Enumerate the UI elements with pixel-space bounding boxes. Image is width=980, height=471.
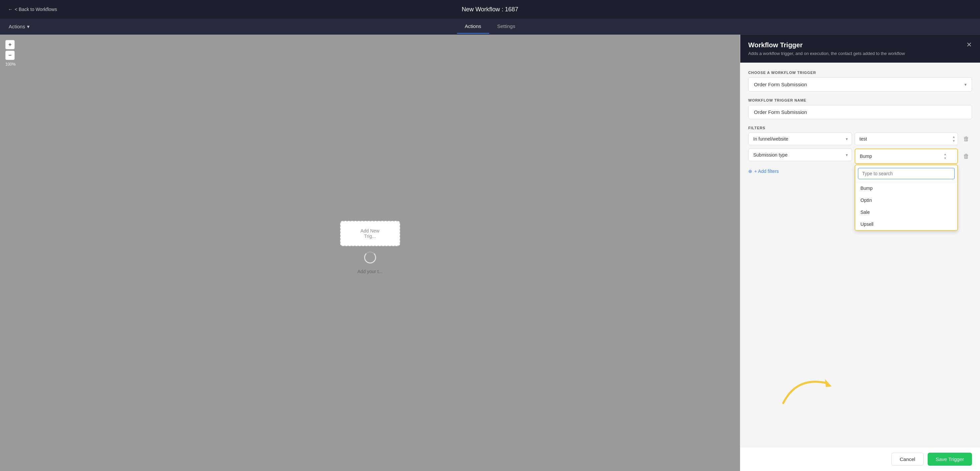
back-arrow-icon: ← bbox=[8, 7, 13, 12]
submission-value-text: Bump bbox=[860, 154, 872, 159]
zoom-level-display: 100% bbox=[5, 62, 16, 67]
cancel-button[interactable]: Cancel bbox=[891, 453, 924, 466]
filters-label: FILTERS bbox=[748, 126, 972, 130]
dropdown-item-bump[interactable]: Bump bbox=[855, 182, 958, 194]
canvas-center-content: Add New Trig... Add your t... bbox=[340, 221, 400, 274]
chevron-down-icon: ▾ bbox=[27, 24, 30, 30]
dropdown-item-upsell[interactable]: Upsell bbox=[855, 218, 958, 230]
filters-section: FILTERS In funnel/website ▲ ▼ bbox=[748, 126, 972, 175]
panel-title: Workflow Trigger bbox=[748, 41, 905, 49]
trigger-name-input[interactable] bbox=[748, 105, 972, 119]
filter2-type-select[interactable]: Submission type bbox=[748, 149, 852, 161]
filter1-value-arrows[interactable]: ▲ ▼ bbox=[952, 135, 955, 143]
zoom-in-button[interactable]: + bbox=[5, 40, 15, 49]
panel-close-button[interactable]: ✕ bbox=[966, 41, 972, 48]
add-trigger-hint: Add your t... bbox=[358, 269, 382, 274]
trigger-select[interactable]: Order Form Submission bbox=[748, 77, 972, 92]
choose-trigger-label: CHOOSE A WORKFLOW TRIGGER bbox=[748, 71, 972, 75]
workflow-trigger-panel: Workflow Trigger Adds a workflow trigger… bbox=[740, 35, 980, 471]
tabs-bar: Actions ▾ Actions Settings bbox=[0, 19, 980, 35]
dropdown-item-optin[interactable]: OptIn bbox=[855, 194, 958, 206]
trigger-name-group: WORKFLOW TRIGGER NAME bbox=[748, 98, 972, 119]
add-filters-label: + Add filters bbox=[754, 168, 779, 174]
panel-description: Adds a workflow trigger, and on executio… bbox=[748, 51, 905, 56]
filter-row-2: Submission type Bump ▲▼ bbox=[748, 149, 972, 164]
center-tabs: Actions Settings bbox=[457, 19, 523, 33]
workflow-canvas[interactable]: + − 100% Add New Trig... Add your t... bbox=[0, 35, 740, 471]
save-trigger-button[interactable]: Save Trigger bbox=[928, 453, 972, 466]
panel-body: CHOOSE A WORKFLOW TRIGGER Order Form Sub… bbox=[740, 63, 980, 447]
trigger-select-wrapper: Order Form Submission bbox=[748, 77, 972, 92]
panel-header-content: Workflow Trigger Adds a workflow trigger… bbox=[748, 41, 905, 56]
back-to-workflows-link[interactable]: ← < Back to Workflows bbox=[8, 7, 57, 12]
panel-header: Workflow Trigger Adds a workflow trigger… bbox=[740, 35, 980, 63]
filter1-type-select[interactable]: In funnel/website bbox=[748, 133, 852, 145]
filter2-type-wrapper: Submission type bbox=[748, 149, 852, 161]
filter-row-1: In funnel/website ▲ ▼ 🗑 bbox=[748, 133, 972, 145]
submission-value-box[interactable]: Bump ▲▼ bbox=[854, 149, 958, 164]
main-area: + − 100% Add New Trig... Add your t... W… bbox=[0, 35, 980, 471]
loading-spinner bbox=[364, 252, 376, 263]
filter1-type-wrapper: In funnel/website bbox=[748, 133, 852, 145]
actions-label: Actions bbox=[9, 24, 25, 29]
tab-settings[interactable]: Settings bbox=[489, 19, 523, 33]
add-trigger-box[interactable]: Add New Trig... bbox=[340, 221, 400, 246]
add-trigger-text-line2: Trig... bbox=[352, 233, 389, 239]
main-header: ← < Back to Workflows New Workflow : 168… bbox=[0, 0, 980, 19]
add-filters-button[interactable]: ⊕ + Add filters bbox=[748, 167, 779, 175]
add-filters-icon: ⊕ bbox=[748, 168, 752, 174]
filter1-delete-button[interactable]: 🗑 bbox=[961, 133, 972, 145]
submission-value-wrapper: Bump ▲▼ Bump OptIn Sale bbox=[854, 149, 958, 164]
dropdown-search-area bbox=[855, 165, 958, 182]
workflow-title: New Workflow : 1687 bbox=[462, 6, 519, 13]
add-trigger-text-line1: Add New bbox=[352, 228, 389, 233]
filter1-value-input[interactable] bbox=[854, 133, 958, 145]
filter2-delete-button[interactable]: 🗑 bbox=[961, 150, 972, 163]
back-link-label: < Back to Workflows bbox=[15, 7, 57, 12]
zoom-out-button[interactable]: − bbox=[5, 51, 15, 60]
submission-type-dropdown: Bump OptIn Sale Upsell bbox=[854, 165, 958, 231]
zoom-controls: + − 100% bbox=[5, 40, 16, 67]
choose-trigger-group: CHOOSE A WORKFLOW TRIGGER Order Form Sub… bbox=[748, 71, 972, 92]
actions-dropdown-button[interactable]: Actions ▾ bbox=[5, 22, 33, 32]
dropdown-search-input[interactable] bbox=[858, 168, 955, 179]
dropdown-item-sale[interactable]: Sale bbox=[855, 206, 958, 218]
panel-footer: Cancel Save Trigger bbox=[740, 447, 980, 471]
tab-actions[interactable]: Actions bbox=[457, 19, 489, 33]
filter1-value-wrapper: ▲ ▼ bbox=[854, 133, 958, 145]
trigger-name-label: WORKFLOW TRIGGER NAME bbox=[748, 98, 972, 102]
